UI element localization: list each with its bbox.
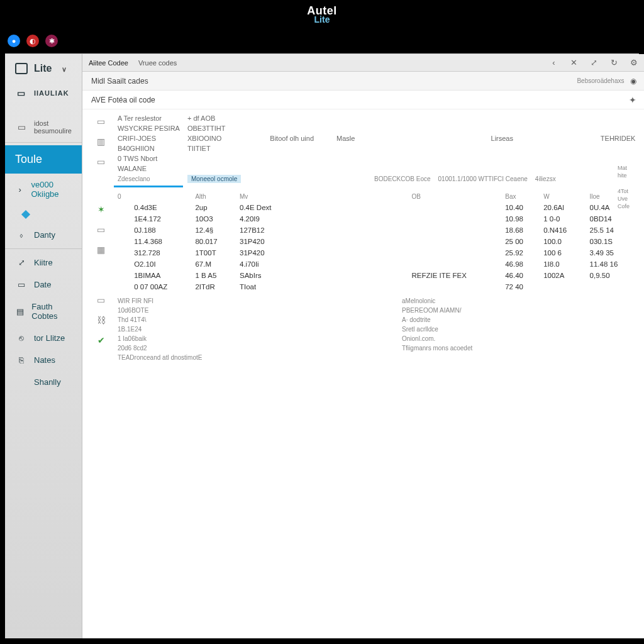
sidebar-item-tor-litze[interactable]: ⎋ tor Llitze: [5, 327, 82, 349]
card-icon: ▭: [15, 122, 28, 132]
table-row[interactable]: O2.10I67.M4.i70Ii46.981I8.011.48 16: [114, 258, 640, 270]
sidebar-item-fault-codes[interactable]: ▤ Fauth Cobtes: [5, 296, 82, 327]
table-row[interactable]: 1E4.17210O34.20I910.981 0-00BD14: [114, 213, 640, 225]
tab-aitee-code[interactable]: Aiitee Codee: [89, 59, 128, 67]
sidebar: Lite ▭ IIAULIAK ▭ idost besumoulire Toul…: [5, 54, 82, 638]
sidebar-item-label: Shanlly: [34, 377, 61, 387]
list-item: 1B.1E24Sretl acrlldce: [114, 325, 640, 334]
table-row: A Ter reslestor + df AOB: [114, 113, 640, 123]
sidebar-item-iiauliak[interactable]: ▭ IIAULIAK: [5, 83, 82, 103]
cell: aMelnolonic: [398, 296, 639, 306]
table-row[interactable]: 11.4.36880.01731P42025 00100.0030.1S: [114, 236, 640, 247]
list-item: 20d6 8cd2Tfiigmanrs mons acoedet: [114, 343, 640, 353]
table-row[interactable]: 1BIMAA1 B A5SAbIrsREFZIE ITE FEX46.40100…: [114, 270, 640, 281]
section-pill[interactable]: Moneeol ocmole: [187, 175, 241, 183]
taskbar-icon-2[interactable]: ◐: [26, 35, 39, 47]
separator: [5, 142, 82, 143]
cell: 12.4§: [191, 225, 236, 236]
table-row[interactable]: 0.4d3E2up0.4E Dext10.4020.6Al0U.4A: [114, 202, 640, 213]
refresh-icon[interactable]: ↻: [609, 58, 619, 67]
sidebar-item-ve000[interactable]: › ve000 Okiigbe: [5, 174, 82, 205]
expand-icon[interactable]: ⤢: [589, 58, 599, 67]
chip: Uve: [618, 196, 636, 203]
sidebar-active-label: Toule: [15, 153, 42, 165]
sidebar-item-label: IIAULIAK: [34, 89, 69, 97]
cell: O2.10I: [130, 258, 191, 270]
cell: WSYCKRE PESIRA: [114, 123, 184, 133]
diamond-icon: [21, 210, 30, 219]
cell: 030.1S: [586, 236, 640, 247]
add-icon[interactable]: ✦: [629, 95, 636, 105]
table-row[interactable]: 0 07 00AZ2ITdRTIoat72 40: [114, 281, 640, 292]
cell: [294, 270, 408, 281]
cell: [114, 236, 130, 247]
close-icon[interactable]: ✕: [569, 58, 579, 67]
sidebar-item-nates[interactable]: ⎘ Nates: [5, 349, 82, 371]
cell: [408, 247, 501, 258]
cell: + df AOB: [184, 113, 245, 123]
taskbar-icon-3[interactable]: ✱: [45, 35, 58, 47]
col-header: 0: [114, 191, 130, 202]
app-window: Lite ▭ IIAULIAK ▭ idost besumoulire Toul…: [5, 53, 639, 638]
content-area: ▭ ▥ ▭ ✶ ▭ ▦ ▭ ⛓ ✔ A Ter reslestor + df A…: [82, 109, 644, 366]
col-header: Bax: [501, 191, 540, 202]
cell: 18.68: [501, 225, 540, 236]
table-row: WALANE: [114, 164, 640, 174]
cell: WIR FIR NFI: [114, 296, 398, 306]
star-icon: ✶: [94, 204, 108, 215]
cell: [398, 353, 639, 362]
eye-icon[interactable]: ◉: [630, 77, 636, 86]
arrow-icon: ›: [15, 185, 25, 194]
cell: Bitoof olh uind: [245, 133, 318, 143]
sheet-icon: ▭: [94, 224, 108, 235]
cell: [114, 213, 130, 225]
active-tab-underline: [114, 186, 183, 187]
chain-icon: ⛓: [94, 314, 108, 326]
subheader-right: Bebsoroädehaxs: [577, 77, 624, 84]
back-icon[interactable]: ‹: [548, 58, 558, 67]
sub-header: Midl Saailt cades Bebsoroädehaxs ◉: [82, 72, 644, 91]
col-header: W: [540, 191, 586, 202]
cell: [294, 247, 408, 258]
taskbar: ● ◐ ✱: [0, 28, 644, 53]
sidebar-item-idost[interactable]: ▭ idost besumoulire: [5, 114, 82, 140]
cell: REFZIE ITE FEX: [408, 270, 501, 281]
chip: Mat: [618, 165, 636, 172]
gear-icon[interactable]: ⚙: [629, 58, 639, 67]
table-row: CRIFI-JOES XBIOOINO Bitoof olh uind Masl…: [114, 133, 640, 143]
cell: 46.40: [501, 270, 540, 281]
cell: XBIOOINO: [184, 133, 245, 143]
sidebar-item-danty[interactable]: ⬨ Danty: [5, 224, 82, 246]
table-row[interactable]: 0J.18812.4§127B1218.680.N41625.5 14: [114, 225, 640, 236]
chip: hite: [618, 172, 636, 180]
cell: [294, 236, 408, 247]
sidebar-item-active[interactable]: Toule: [5, 145, 82, 174]
sidebar-item-shanlly[interactable]: Shanlly: [5, 371, 82, 393]
cell: 0 TWS Nbort: [114, 153, 184, 164]
sidebar-header[interactable]: Lite: [5, 54, 82, 83]
sidebar-item-kiitre[interactable]: ⤢ Kiitre: [5, 252, 82, 274]
sidebar-item-label: Kiitre: [34, 258, 53, 267]
taskbar-icon-1[interactable]: ●: [8, 35, 20, 47]
arrows-icon: ⤢: [15, 258, 28, 267]
sidebar-item-bullet[interactable]: [5, 205, 82, 224]
table-row[interactable]: 312.7281T00T31P42025.92100 63.49 35: [114, 247, 640, 258]
cell: 25.5 14: [586, 225, 640, 236]
cell: 3.49 35: [586, 247, 640, 258]
cell: [114, 258, 130, 270]
cell: TIoat: [236, 281, 294, 292]
cell: 1B.1E24: [114, 325, 398, 334]
sidebar-item-label: Danty: [34, 230, 55, 240]
chevron-down-icon: [58, 63, 67, 74]
cell: Thd 41T4\: [114, 315, 398, 325]
cell: 4.i70Ii: [236, 258, 294, 270]
cell: CRIFI-JOES: [114, 133, 184, 143]
sidebar-item-date[interactable]: ▭ Date: [5, 274, 82, 296]
db-icon: ▦: [94, 244, 108, 255]
cell: 67.M: [191, 258, 236, 270]
tab-vruee-codes[interactable]: Vruee codes: [138, 59, 177, 67]
cell: [586, 281, 640, 292]
cell: [114, 247, 130, 258]
cell: 100 6: [540, 247, 586, 258]
table-row: 0 TWS Nbort: [114, 153, 640, 164]
